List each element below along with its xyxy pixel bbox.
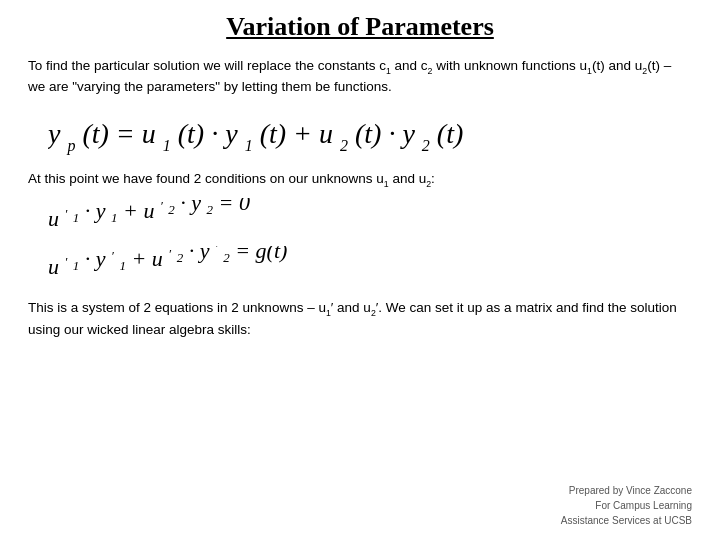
condition-paragraph: At this point we have found 2 conditions… [28,169,692,190]
svg-text:u
        ′
        1
        : u ′ 1 · y 1 + u ′ 2 · y 2 = 0 [48,198,250,231]
equation-2: u ′ 1 · y ′ 1 + u ′ 2 · y ′ 2 = g(t) [48,246,692,286]
footer-line3: Assistance Services at UCSB [561,513,692,528]
svg-text:u
        ′
        1
        : u ′ 1 · y ′ 1 + u ′ 2 · y ′ 2 = g(t) [48,246,287,279]
footer: Prepared by Vince Zaccone For Campus Lea… [561,483,692,528]
page-container: Variation of Parameters To find the part… [0,0,720,540]
footer-line2: For Campus Learning [561,498,692,513]
footer-line1: Prepared by Vince Zaccone [561,483,692,498]
svg-text:y
        p
        (t) = u
  : y p (t) = u 1 (t) · y 1 (t) + u 2 (t) · … [48,118,463,157]
page-title: Variation of Parameters [28,12,692,42]
main-formula-svg: y p (t) = u 1 (t) · y 1 (t) + u 2 (t) · … [48,107,568,159]
intro-paragraph: To find the particular solution we will … [28,56,692,97]
equation1-svg: u ′ 1 · y 1 + u ′ 2 · y 2 = 0 [48,198,528,238]
main-formula: y p (t) = u 1 (t) · y 1 (t) + u 2 (t) · … [28,107,692,159]
equation-1: u ′ 1 · y 1 + u ′ 2 · y 2 = 0 [48,198,692,238]
equation2-svg: u ′ 1 · y ′ 1 + u ′ 2 · y ′ 2 = g(t) [48,246,528,286]
bottom-paragraph: This is a system of 2 equations in 2 unk… [28,298,692,340]
